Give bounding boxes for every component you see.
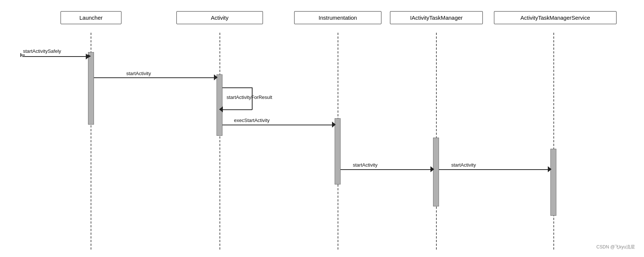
arrowhead-6 [548, 166, 552, 172]
label-start-activity-safely: startActivitySafely [23, 48, 61, 54]
label-start-activity-3: startActivity [451, 162, 476, 168]
activation-instrumentation [335, 118, 341, 184]
lifeline-atms [553, 33, 554, 250]
arrow-start-activity-3 [439, 169, 550, 170]
arrow-start-activity-safely [22, 56, 88, 57]
label-start-activity-for-result: startActivityForResult [227, 94, 272, 100]
arrowhead-5 [430, 166, 434, 172]
arrowhead-2 [214, 74, 218, 80]
activation-atms [550, 149, 556, 216]
watermark: CSDN @飞kyu流星 [596, 244, 635, 250]
arrow-start-activity-1 [94, 77, 217, 78]
activation-launcher [88, 52, 94, 125]
label-exec-start-activity: execStartActivity [234, 118, 270, 123]
actor-iactm: IActivityTaskManager [390, 11, 483, 24]
arrow-exec-start-activity [222, 125, 335, 125]
arrow-start-activity-2 [341, 169, 433, 170]
label-start-activity-1: startActivity [126, 71, 151, 76]
actor-launcher: Launcher [61, 11, 121, 24]
actor-instrumentation: Instrumentation [294, 11, 381, 24]
sequence-diagram: Launcher Activity Instrumentation IActiv… [0, 0, 644, 257]
activation-activity [217, 74, 222, 136]
actor-activity: Activity [176, 11, 263, 24]
arrowhead-self [219, 106, 223, 112]
arrowhead-1 [86, 54, 90, 60]
self-call-bottom [222, 109, 252, 110]
lifeline-activity [219, 33, 220, 250]
label-start-activity-2: startActivity [353, 162, 377, 168]
self-call-top [222, 87, 252, 88]
incoming-tick [20, 53, 21, 57]
incoming-dash [20, 55, 25, 55]
arrowhead-4 [332, 122, 336, 128]
actor-atms: ActivityTaskManagerService [494, 11, 617, 24]
